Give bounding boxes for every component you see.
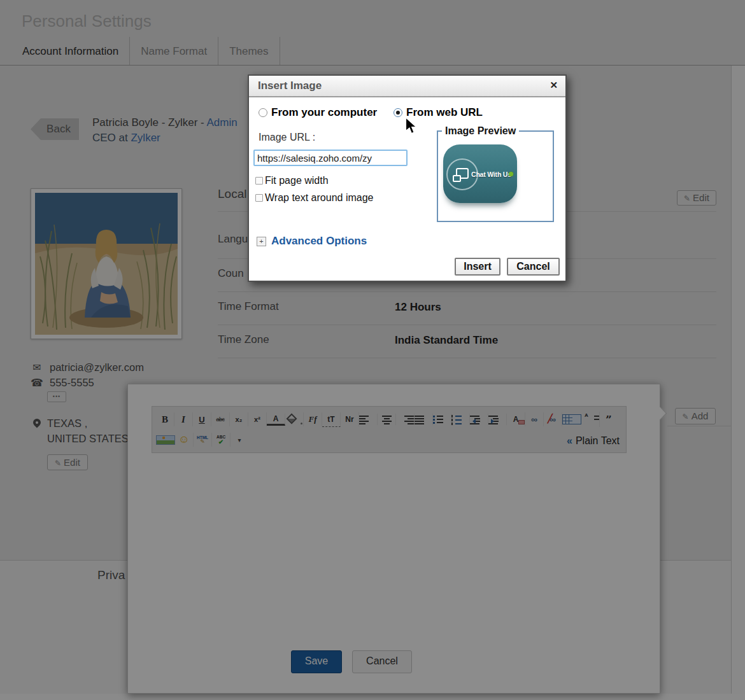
expand-plus-icon: + [257,237,266,246]
wrap-text-label: Wrap text around image [265,192,373,204]
dialog-cancel-button[interactable]: Cancel [507,258,560,276]
personal-settings-page: Personal Settings Account Information Na… [0,0,745,700]
insert-image-dialog: Insert Image ✕ From your computer From w… [248,74,567,282]
dialog-title: Insert Image [249,76,565,96]
fit-page-width-option[interactable]: Fit page width [255,175,329,186]
radio-from-computer[interactable]: From your computer [259,106,377,119]
chat-with-us-label: Chat With Us [471,171,511,178]
preview-chat-widget-image: Chat With Us [443,144,517,203]
radio-icon[interactable] [259,108,267,117]
image-url-input[interactable] [253,150,408,166]
advanced-options-toggle[interactable]: + Advanced Options [257,235,367,248]
mouse-cursor [405,117,416,134]
radio-from-computer-label: From your computer [271,106,377,119]
image-url-label: Image URL : [259,132,315,143]
image-preview-legend: Image Preview [442,125,519,137]
radio-icon[interactable] [394,108,402,117]
checkbox-icon[interactable] [255,177,263,185]
close-icon[interactable]: ✕ [550,80,558,91]
insert-button[interactable]: Insert [455,258,500,276]
radio-from-web-url-label: From web URL [406,106,483,119]
dialog-titlebar: Insert Image ✕ [249,76,565,97]
advanced-options-label: Advanced Options [271,235,367,248]
fit-page-width-label: Fit page width [265,175,329,186]
checkbox-icon[interactable] [255,194,263,202]
wrap-text-option[interactable]: Wrap text around image [255,192,373,204]
online-status-dot [509,172,513,176]
image-preview-fieldset: Image Preview Chat With Us [437,125,554,222]
chat-bubble-icon [456,168,469,179]
